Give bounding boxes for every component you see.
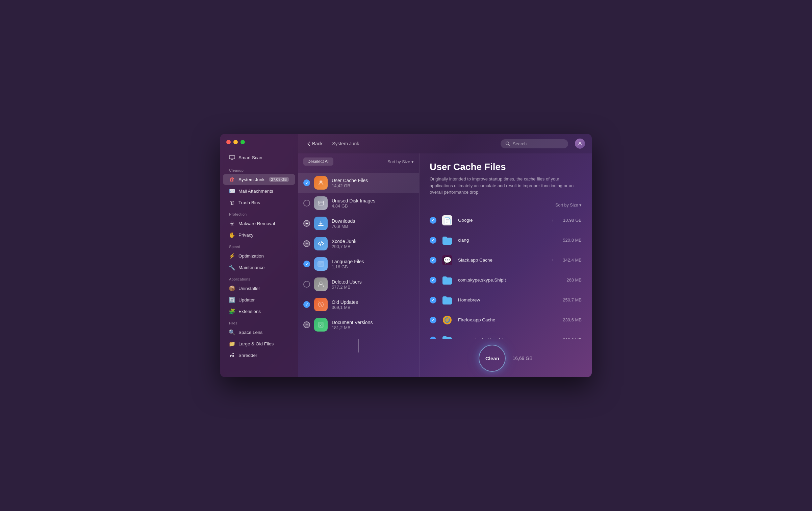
svg-rect-5: [318, 201, 324, 205]
sidebar-item-optimization[interactable]: ⚡ Optimization: [223, 250, 295, 261]
detail-sort-button[interactable]: Sort by Size ▾: [555, 202, 582, 208]
list-item-size: 577,2 MB: [332, 285, 414, 290]
clean-button[interactable]: Clean: [479, 345, 506, 372]
sidebar-item-label: Space Lens: [238, 330, 262, 335]
detail-item-name: clang: [458, 238, 553, 243]
list-item-size: 76,9 MB: [332, 224, 414, 229]
sidebar-item-label: Uninstaller: [238, 286, 260, 291]
checkbox-unused-disk[interactable]: [303, 200, 310, 206]
checkbox-google[interactable]: [430, 217, 436, 224]
checkbox-old-updates[interactable]: [303, 301, 310, 308]
sidebar-item-maintenance[interactable]: 🔧 Maintenance: [223, 262, 295, 273]
list-item[interactable]: Old Updates 369,1 MB: [298, 294, 419, 315]
sidebar-item-smart-scan[interactable]: Smart Scan: [223, 152, 295, 163]
sidebar-item-mail-attachments[interactable]: ✉️ Mail Attachments: [223, 186, 295, 196]
back-label: Back: [312, 141, 323, 146]
minimize-button[interactable]: [233, 140, 238, 144]
clean-label: Clean: [485, 356, 499, 361]
scroll-indicator: [358, 339, 359, 352]
clean-total-size: 16,69 GB: [512, 356, 532, 361]
checkbox-slack[interactable]: [430, 257, 436, 264]
list-item-name: Old Updates: [332, 299, 414, 305]
list-item[interactable]: Language Files 1,16 GB: [298, 254, 419, 274]
detail-item-size: 342,4 MB: [558, 258, 582, 263]
list-item[interactable]: Unused Disk Images 4,84 GB: [298, 193, 419, 213]
sidebar-item-trash-bins[interactable]: 🗑 Trash Bins: [223, 197, 295, 208]
sidebar-item-label: Smart Scan: [238, 155, 262, 160]
sidebar-item-uninstaller[interactable]: 📦 Uninstaller: [223, 283, 295, 294]
optimization-icon: ⚡: [229, 253, 235, 259]
sidebar-item-privacy[interactable]: ✋ Privacy: [223, 229, 295, 240]
list-item-name: Deleted Users: [332, 279, 414, 285]
sidebar-item-label: Optimization: [238, 253, 264, 259]
detail-item[interactable]: clang 520,8 MB: [423, 230, 588, 250]
list-item[interactable]: Xcode Junk 290,7 MB: [298, 234, 419, 254]
google-icon: 📄: [441, 214, 453, 226]
sort-button[interactable]: Sort by Size ▾: [387, 159, 414, 164]
back-button[interactable]: Back: [305, 140, 325, 148]
list-item[interactable]: Downloads 76,9 MB: [298, 213, 419, 234]
checkbox-doc-versions[interactable]: [303, 321, 310, 328]
list-item-name: Xcode Junk: [332, 239, 414, 244]
sidebar-item-malware-removal[interactable]: ☣ Malware Removal: [223, 218, 295, 229]
search-input[interactable]: [513, 141, 563, 146]
checkbox-downloads[interactable]: [303, 220, 310, 227]
detail-item[interactable]: Firefox.app Cache 239,6 MB: [423, 310, 588, 330]
sidebar-item-label: Trash Bins: [238, 200, 260, 205]
deselect-all-button[interactable]: Deselect All: [303, 157, 333, 166]
updater-icon: 🔄: [229, 297, 235, 303]
detail-item[interactable]: com.skype.skype.ShipIt 268 MB: [423, 270, 588, 290]
list-item[interactable]: Deleted Users 577,2 MB: [298, 274, 419, 294]
list-item-info: Document Versions 181,2 MB: [332, 320, 414, 330]
slack-icon: 💬: [441, 254, 453, 266]
detail-item[interactable]: com.apple.desktoppicture 212,8 MB: [423, 330, 588, 340]
sidebar-item-updater[interactable]: 🔄 Updater: [223, 294, 295, 305]
detail-item-size: 239,6 MB: [558, 317, 582, 322]
sidebar-item-shredder[interactable]: 🖨 Shredder: [223, 350, 295, 361]
shredder-icon: 🖨: [229, 352, 235, 358]
list-item-name: Document Versions: [332, 320, 414, 325]
list-item[interactable]: Document Versions 181,2 MB: [298, 315, 419, 335]
sidebar-item-extensions[interactable]: 🧩 Extensions: [223, 306, 295, 317]
detail-item-name: Slack.app Cache: [458, 258, 547, 263]
checkbox-xcode[interactable]: [303, 240, 310, 247]
content-split: Deselect All Sort by Size ▾: [298, 153, 592, 377]
checkbox-firefox[interactable]: [430, 317, 436, 323]
checkbox-deleted-users[interactable]: [303, 281, 310, 288]
detail-item[interactable]: 💬 Slack.app Cache › 342,4 MB: [423, 250, 588, 270]
search-icon: [505, 141, 510, 146]
sidebar-item-system-junk[interactable]: 🗑 System Junk 27,09 GB: [223, 174, 295, 185]
list-item-info: Downloads 76,9 MB: [332, 218, 414, 229]
checkbox-clang[interactable]: [430, 237, 436, 244]
fullscreen-button[interactable]: [240, 140, 245, 144]
checkbox-apple-desktop[interactable]: [430, 337, 436, 340]
checkbox-skype[interactable]: [430, 277, 436, 284]
checkbox-user-cache[interactable]: [303, 179, 310, 186]
trash-icon: 🗑: [229, 199, 235, 205]
list-item-info: Unused Disk Images 4,84 GB: [332, 198, 414, 209]
list-item[interactable]: User Cache Files 14,42 GB: [298, 173, 419, 193]
list-item-size: 181,2 MB: [332, 325, 414, 330]
detail-item-size: 10,98 GB: [558, 218, 582, 223]
sidebar-item-space-lens[interactable]: 🔍 Space Lens: [223, 327, 295, 338]
detail-item[interactable]: Homebrew 250,7 MB: [423, 290, 588, 310]
checkbox-homebrew[interactable]: [430, 297, 436, 303]
detail-item[interactable]: 📄 Google › 10,98 GB: [423, 211, 588, 230]
list-item-info: Old Updates 369,1 MB: [332, 299, 414, 310]
close-button[interactable]: [226, 140, 231, 144]
folder-icon: [441, 294, 453, 306]
avatar-button[interactable]: [575, 139, 585, 149]
list-item-name: Downloads: [332, 218, 414, 224]
sidebar-item-large-old-files[interactable]: 📁 Large & Old Files: [223, 338, 295, 349]
space-lens-icon: 🔍: [229, 329, 235, 335]
checkbox-language[interactable]: [303, 261, 310, 267]
topbar: Back System Junk: [298, 134, 592, 153]
detail-list: 📄 Google › 10,98 GB: [420, 210, 592, 340]
extensions-icon: 🧩: [229, 308, 235, 314]
detail-panel: User Cache Files Originally intended to …: [420, 153, 592, 377]
language-icon: [314, 257, 328, 271]
sidebar-section-applications: Applications: [220, 273, 298, 283]
large-old-files-icon: 📁: [229, 341, 235, 347]
list-panel: Deselect All Sort by Size ▾: [298, 153, 420, 377]
list-items: User Cache Files 14,42 GB: [298, 170, 419, 377]
